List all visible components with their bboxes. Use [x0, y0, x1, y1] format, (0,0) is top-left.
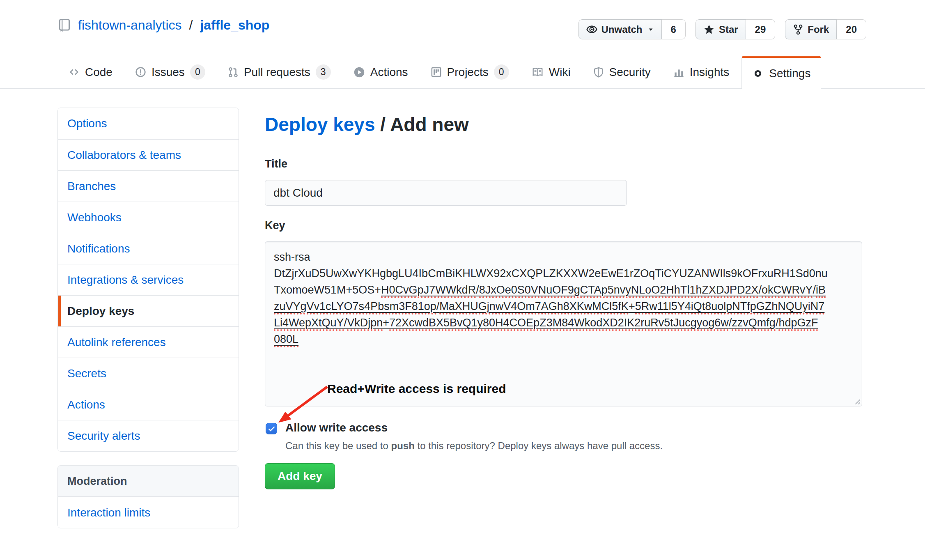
title-label: Title [265, 158, 287, 170]
key-line: 080L [274, 331, 853, 347]
star-label: Star [719, 24, 738, 35]
sidebar-heading-moderation: Moderation [58, 466, 239, 497]
page-title: Deploy keys / Add new [265, 113, 469, 135]
sidebar-item-security-alerts[interactable]: Security alerts [58, 420, 239, 451]
tab-label: Issues [151, 66, 185, 79]
star-group: Star 29 [695, 19, 775, 39]
tab-settings[interactable]: Settings [741, 56, 821, 89]
tab-wiki[interactable]: Wiki [521, 56, 581, 88]
repo-owner-link[interactable]: fishtown-analytics [78, 18, 182, 33]
tab-issues[interactable]: Issues0 [125, 56, 216, 88]
tab-count-badge: 3 [316, 64, 331, 80]
repo-tabs: CodeIssues0Pull requests3ActionsProjects… [0, 56, 925, 89]
tab-actions[interactable]: Actions [343, 56, 418, 88]
repo-breadcrumb: fishtown-analytics / jaffle_shop [57, 17, 269, 33]
allow-write-description: Can this key be used to push to this rep… [285, 440, 663, 452]
annotation-note: Read+Write access is required [327, 382, 506, 396]
pull-request-icon [228, 67, 239, 78]
tab-projects[interactable]: Projects0 [420, 56, 519, 88]
eye-icon [586, 24, 597, 35]
github-settings-page: fishtown-analytics / jaffle_shop Unwatch… [0, 0, 925, 560]
fork-button[interactable]: Fork [785, 19, 837, 39]
tab-label: Actions [370, 66, 408, 79]
star-count[interactable]: 29 [746, 19, 776, 39]
page-title-separator: / [375, 114, 390, 135]
push-emphasis: push [391, 440, 414, 451]
tab-label: Projects [447, 66, 489, 79]
sidebar-item-webhooks[interactable]: Webhooks [58, 202, 239, 233]
add-key-button[interactable]: Add key [265, 463, 335, 489]
watch-group: Unwatch 6 [578, 19, 686, 39]
allow-write-checkbox[interactable] [266, 423, 277, 434]
tab-security[interactable]: Security [583, 56, 661, 88]
key-line: TxomoeW51M+5OS+H0CvGpJ7WWkdR/8JxOe0S0VNu… [274, 282, 853, 298]
tab-label: Wiki [549, 66, 571, 79]
tab-count-badge: 0 [494, 64, 509, 80]
tab-label: Settings [769, 67, 810, 80]
sidebar-section: ModerationInteraction limits [57, 465, 239, 528]
tab-label: Code [85, 66, 112, 79]
key-label: Key [265, 219, 285, 232]
tab-label: Insights [690, 66, 730, 79]
issue-icon [135, 67, 146, 78]
sidebar-item-options[interactable]: Options [58, 108, 239, 139]
repo-name-link[interactable]: jaffle_shop [200, 18, 269, 33]
key-text: ssh-rsaDtZjrXuD5UwXwYKHgbgLU4IbCmBiKHLWX… [274, 249, 853, 347]
check-icon [268, 425, 275, 433]
sidebar-item-branches[interactable]: Branches [58, 170, 239, 202]
repo-actions-bar: Unwatch 6 Star 29 Fork 2 [578, 19, 866, 39]
fork-label: Fork [808, 24, 829, 35]
sidebar-item-notifications[interactable]: Notifications [58, 233, 239, 264]
sidebar-item-actions[interactable]: Actions [58, 389, 239, 420]
sidebar-item-collaborators-teams[interactable]: Collaborators & teams [58, 139, 239, 170]
tab-insights[interactable]: Insights [663, 56, 740, 88]
tab-code[interactable]: Code [58, 56, 123, 88]
code-icon [69, 67, 80, 78]
resize-handle-icon[interactable] [854, 398, 860, 404]
repo-icon [57, 17, 71, 33]
heading-divider [265, 143, 862, 143]
shield-icon [593, 67, 604, 78]
key-line: Li4WepXtQuY/VkDjpn+72XcwdBX5BvQ1y80H4COE… [274, 314, 853, 331]
wiki-icon [532, 67, 544, 78]
triangle-down-icon [647, 26, 654, 33]
tab-label: Security [609, 66, 651, 79]
tab-count-badge: 0 [190, 64, 205, 80]
allow-write-label: Allow write access [285, 421, 388, 434]
star-icon [703, 24, 715, 35]
sidebar-item-interaction-limits[interactable]: Interaction limits [58, 497, 239, 528]
unwatch-label: Unwatch [601, 24, 643, 35]
fork-group: Fork 20 [785, 19, 866, 39]
page-title-current: Add new [390, 114, 469, 135]
actions-icon [353, 67, 365, 78]
content-area: OptionsCollaborators & teamsBranchesWebh… [57, 108, 866, 560]
sidebar-item-deploy-keys[interactable]: Deploy keys [58, 295, 239, 326]
sidebar-item-integrations-services[interactable]: Integrations & services [58, 264, 239, 295]
key-line: zuVYgVv1cLYO7s4Pbsm3F81op/MaXHUGjnwV4Om7… [274, 298, 853, 314]
deploy-keys-link[interactable]: Deploy keys [265, 114, 375, 135]
sidebar-item-secrets[interactable]: Secrets [58, 358, 239, 389]
sidebar-item-autolink-references[interactable]: Autolink references [58, 326, 239, 358]
projects-icon [431, 67, 442, 78]
gear-icon [752, 68, 764, 79]
key-line: DtZjrXuD5UwXwYKHgbgLU4IbCmBiKHLWX92xCXQP… [274, 265, 853, 282]
tab-label: Pull requests [244, 66, 310, 79]
repo-path-separator: / [188, 18, 194, 33]
tab-pull-requests[interactable]: Pull requests3 [218, 56, 341, 88]
insights-icon [673, 67, 684, 78]
settings-sidebar: OptionsCollaborators & teamsBranchesWebh… [57, 108, 239, 528]
watch-count[interactable]: 6 [662, 19, 686, 39]
fork-count[interactable]: 20 [837, 19, 866, 39]
sidebar-section: OptionsCollaborators & teamsBranchesWebh… [57, 108, 239, 452]
key-line: ssh-rsa [274, 249, 853, 265]
deploy-keys-main: Deploy keys / Add new Title Key ssh-rsaD… [265, 108, 862, 559]
title-input[interactable] [265, 180, 627, 206]
unwatch-button[interactable]: Unwatch [578, 19, 662, 39]
fork-icon [793, 24, 803, 35]
star-button[interactable]: Star [695, 19, 746, 39]
